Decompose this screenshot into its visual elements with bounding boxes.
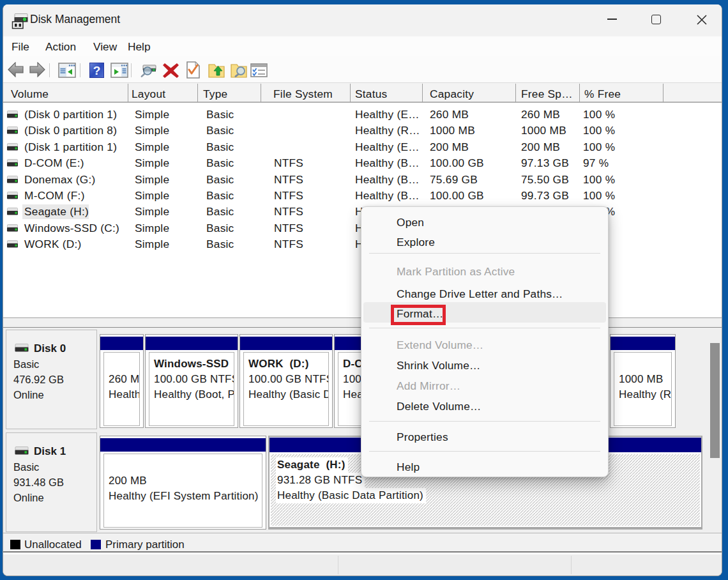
svg-text:?: ? bbox=[93, 64, 101, 77]
